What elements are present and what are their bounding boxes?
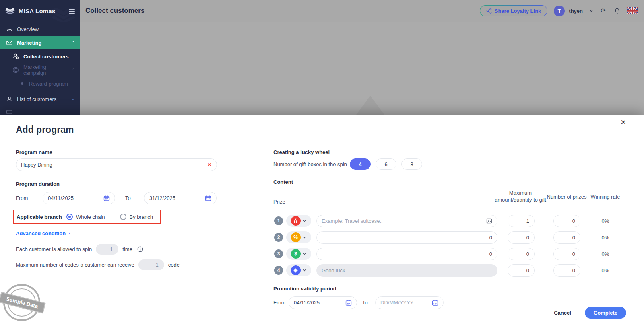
page-title: Collect customers <box>85 7 144 15</box>
top-header: MISA Lomas Collect customers Share Loyal… <box>0 0 644 22</box>
prize-type-select[interactable] <box>286 215 311 227</box>
calendar-icon[interactable] <box>205 195 211 202</box>
person-icon <box>6 95 13 103</box>
codes-count-input[interactable]: 1 <box>138 259 164 270</box>
clear-icon[interactable]: ✕ <box>204 162 212 168</box>
to-label: To <box>125 195 144 201</box>
sidebar-item-overview[interactable]: Overview <box>0 22 80 36</box>
advanced-condition-toggle[interactable]: Advanced condition ▲ <box>16 230 221 237</box>
sidebar-item-label: Marketing <box>17 40 68 46</box>
prize-name-field <box>316 215 497 227</box>
chevron-up-icon: ⌃ <box>72 68 75 72</box>
prize-row-1: 1 0% <box>273 214 636 227</box>
spin-count-input[interactable]: 1 <box>96 244 118 255</box>
by-branch-label: By branch <box>130 214 153 220</box>
max-amount-input[interactable] <box>508 264 535 277</box>
number-of-prizes-input[interactable] <box>553 248 580 260</box>
number-of-prizes-input[interactable] <box>553 264 580 277</box>
modal-footer: Cancel Complete <box>0 300 644 325</box>
sidebar: Overview Marketing ⌃ Collect customers M… <box>0 22 80 115</box>
program-name-input[interactable] <box>21 162 204 168</box>
codes-suffix-label: code <box>168 262 180 268</box>
avatar[interactable]: T <box>554 6 565 16</box>
prize-value-input[interactable] <box>322 251 492 257</box>
card-icon <box>6 108 13 115</box>
target-icon <box>12 66 19 74</box>
chevron-down-icon <box>303 252 307 256</box>
prize-type-select[interactable] <box>286 264 311 276</box>
user-menu-chevron-down-icon[interactable] <box>589 9 593 13</box>
number-of-prizes-input[interactable] <box>553 231 580 244</box>
whole-chain-label: Whole chain <box>76 214 105 220</box>
refresh-icon[interactable]: ⟳ <box>600 7 607 14</box>
prize-type-select[interactable]: % <box>286 231 311 243</box>
chevron-down-icon: ⌄ <box>72 97 75 101</box>
divider <box>483 218 483 224</box>
applicable-branch-label: Applicable branch <box>17 214 66 220</box>
max-amount-input[interactable] <box>508 215 535 227</box>
share-icon <box>486 8 492 14</box>
chevron-down-icon <box>303 219 307 223</box>
duration-to-input[interactable] <box>149 195 202 201</box>
sidebar-item-reward-program[interactable]: Reward program <box>0 77 80 91</box>
codes-prefix-label: Maximum number of codes a customer can r… <box>16 262 134 268</box>
duration-from-input[interactable] <box>48 195 100 201</box>
brand-area: MISA Lomas <box>0 0 80 22</box>
max-amount-input[interactable] <box>508 248 535 260</box>
prize-name-input[interactable] <box>322 218 480 224</box>
program-name-field: ✕ <box>16 158 217 171</box>
complete-button[interactable]: Complete <box>585 307 626 319</box>
column-rate: Winning rate <box>585 194 625 201</box>
duration-to-field <box>144 192 217 204</box>
sidebar-item-marketing-campaign[interactable]: Marketing campaign ⌃ <box>0 63 80 77</box>
image-upload-icon[interactable] <box>486 218 492 224</box>
good-luck-input <box>322 267 492 274</box>
gift-boxes-option-8[interactable]: 8 <box>401 158 422 170</box>
spin-prefix-label: Each customer is allowed to spin <box>16 246 92 252</box>
info-icon[interactable] <box>137 246 143 252</box>
winning-rate-value: 0% <box>593 267 617 274</box>
column-number: Number of prizes <box>543 194 591 201</box>
prize-value-input[interactable] <box>322 234 492 241</box>
sidebar-item-label: Reward program <box>29 81 75 87</box>
prize-table-header: Prize Maximum amount/quantity to gift Nu… <box>273 190 636 211</box>
radio-whole-chain[interactable] <box>66 214 73 220</box>
calendar-icon[interactable] <box>103 195 110 202</box>
sidebar-item-label: Overview <box>17 26 75 32</box>
sidebar-item-marketing[interactable]: Marketing ⌃ <box>0 36 80 49</box>
duration-from-field <box>43 192 115 204</box>
from-label: From <box>16 195 43 201</box>
chevron-down-icon <box>303 235 307 239</box>
sidebar-item-list-of-customers[interactable]: List of customers ⌄ <box>0 92 80 106</box>
dimmed-content-overlay <box>80 22 644 115</box>
max-amount-input[interactable] <box>508 231 535 244</box>
language-flag-icon[interactable] <box>627 7 638 14</box>
sidebar-item-collect-customers[interactable]: Collect customers <box>0 49 80 63</box>
row-number-badge: 4 <box>274 266 283 275</box>
sidebar-item-partial[interactable] <box>0 106 80 114</box>
dollar-icon: $ <box>291 249 301 259</box>
share-loyalty-link-button[interactable]: Share Loyalty Link <box>480 5 548 16</box>
gift-boxes-option-4[interactable]: 4 <box>350 158 371 170</box>
radio-by-branch[interactable] <box>120 214 126 220</box>
bullet-icon <box>21 82 23 85</box>
gift-icon <box>291 216 301 226</box>
brand-name: MISA Lomas <box>19 8 55 14</box>
prize-value-field <box>316 248 497 260</box>
cancel-button[interactable]: Cancel <box>554 310 571 316</box>
notifications-bell-icon[interactable] <box>613 7 621 14</box>
collect-customers-icon <box>12 53 19 60</box>
envelope-icon <box>6 39 13 46</box>
gift-boxes-option-6[interactable]: 6 <box>376 158 396 170</box>
row-number-badge: 2 <box>274 233 283 242</box>
prize-row-4: 4 0% <box>273 264 636 277</box>
add-program-modal: ✕ Add program Program name ✕ Program dur… <box>0 115 644 325</box>
sidebar-item-label: List of customers <box>17 96 68 102</box>
close-icon[interactable]: ✕ <box>621 119 626 126</box>
prize-type-select[interactable]: $ <box>286 248 311 260</box>
sidebar-toggle-icon[interactable] <box>69 9 75 14</box>
background-watermark-triangle <box>296 96 445 115</box>
spin-suffix-label: time <box>122 246 132 252</box>
number-of-prizes-input[interactable] <box>553 215 580 227</box>
sample-data-stamp: Sample Data <box>3 284 40 321</box>
